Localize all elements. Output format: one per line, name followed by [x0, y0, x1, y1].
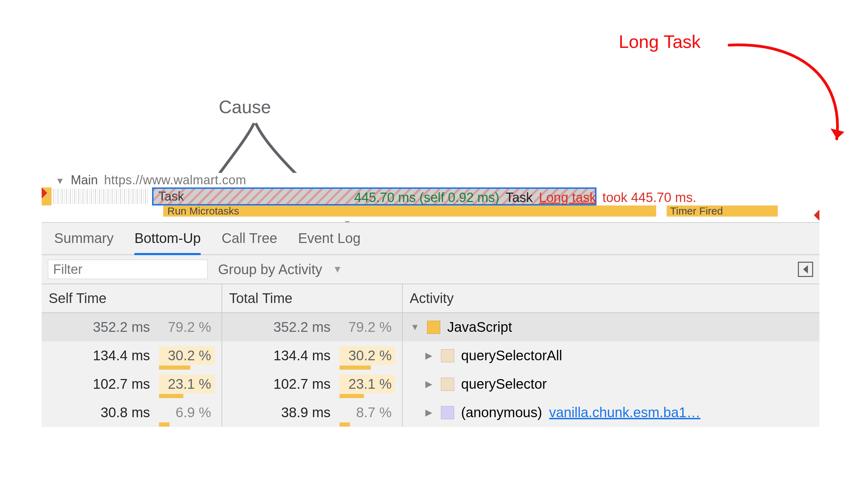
annotation-cause: Cause [219, 96, 271, 117]
activity-cell: ▶(anonymous) vanilla.chunk.esm.ba1… [403, 398, 819, 427]
activity-cell: ▶querySelectorAll [403, 342, 819, 370]
tab-bottom-up[interactable]: Bottom-Up [134, 230, 201, 255]
time-cell: 134.4 ms30.2 % [42, 342, 222, 370]
time-ms: 38.9 ms [258, 405, 331, 420]
table-row[interactable]: 30.8 ms6.9 %38.9 ms8.7 %▶(anonymous) van… [42, 398, 819, 427]
time-cell: 38.9 ms8.7 % [222, 398, 403, 427]
thread-main-url: https.//www.walmart.com [104, 173, 247, 187]
time-pct: 79.2 % [159, 318, 215, 336]
chevron-right-icon[interactable]: ▶ [424, 379, 434, 389]
group-by-label: Group by Activity [218, 262, 322, 277]
time-cell: 352.2 ms79.2 % [222, 313, 403, 341]
activity-swatch [441, 406, 454, 419]
overflow-right-icon [814, 210, 819, 221]
chevron-right-icon[interactable]: ▶ [424, 350, 434, 361]
tab-event-log[interactable]: Event Log [298, 230, 360, 254]
time-cell: 102.7 ms23.1 % [42, 370, 222, 398]
annotation-long-task: Long Task [619, 31, 701, 52]
time-pct: 23.1 % [159, 375, 215, 393]
flame-task-label: Task [158, 189, 184, 204]
time-pct: 30.2 % [159, 346, 215, 365]
table-row[interactable]: 134.4 ms30.2 %134.4 ms30.2 %▶querySelect… [42, 342, 819, 370]
header-total-time[interactable]: Total Time [222, 284, 403, 312]
time-pct: 23.1 % [340, 375, 395, 393]
activity-swatch [441, 378, 454, 391]
time-cell: 134.4 ms30.2 % [222, 342, 403, 370]
header-self-time[interactable]: Self Time [42, 284, 222, 312]
tooltip-duration: 445.70 ms (self 0.92 ms) [354, 190, 499, 205]
flame-barcode [51, 189, 149, 204]
details-panel: Summary Bottom-Up Call Tree Event Log Gr… [42, 222, 819, 427]
time-cell: 352.2 ms79.2 % [42, 313, 222, 341]
activity-source-link[interactable]: vanilla.chunk.esm.ba1… [549, 405, 700, 420]
arrow-long-task-icon [719, 31, 868, 156]
activity-swatch [427, 321, 440, 334]
time-ms: 30.8 ms [77, 405, 150, 420]
chevron-down-icon[interactable]: ▼ [410, 322, 420, 333]
activity-name: querySelectorAll [461, 348, 562, 363]
time-ms: 352.2 ms [77, 319, 150, 335]
task-tooltip: 445.70 ms (self 0.92 ms) Task Long task … [354, 190, 696, 205]
tooltip-task-label: Task [506, 190, 533, 205]
time-ms: 102.7 ms [258, 376, 331, 392]
tab-call-tree[interactable]: Call Tree [222, 230, 277, 254]
tooltip-long-task-link[interactable]: Long task [539, 190, 596, 205]
details-tabs: Summary Bottom-Up Call Tree Event Log [42, 223, 819, 255]
time-ms: 102.7 ms [77, 376, 150, 392]
chevron-down-icon: ▼ [333, 264, 342, 275]
flame-timer-fired-bar[interactable]: Timer Fired [667, 205, 778, 217]
time-pct: 6.9 % [159, 403, 215, 422]
header-activity[interactable]: Activity [403, 284, 819, 312]
time-cell: 30.8 ms6.9 % [42, 398, 222, 427]
time-pct: 8.7 % [340, 403, 395, 422]
time-ms: 134.4 ms [77, 348, 150, 363]
filter-toolbar: Group by Activity ▼ [42, 255, 819, 284]
time-pct: 30.2 % [340, 346, 395, 365]
filter-input[interactable] [48, 260, 208, 279]
tooltip-long-task-rest: took 445.70 ms. [602, 190, 696, 205]
chevron-right-icon[interactable]: ▶ [424, 407, 434, 418]
table-headers: Self Time Total Time Activity [42, 284, 819, 313]
activity-swatch [441, 349, 454, 362]
thread-main-label: Main [71, 173, 98, 187]
group-by-select[interactable]: Group by Activity ▼ [218, 262, 342, 277]
time-ms: 134.4 ms [258, 348, 331, 363]
chevron-down-icon: ▼ [56, 176, 65, 186]
flame-task-row: Task 445.70 ms (self 0.92 ms) Task Long … [42, 187, 819, 205]
table-row[interactable]: 352.2 ms79.2 %352.2 ms79.2 %▼JavaScript [42, 313, 819, 342]
activity-name: (anonymous) [461, 405, 542, 420]
overflow-left-icon [42, 187, 47, 199]
activity-cell: ▶querySelector [403, 370, 819, 398]
time-pct: 79.2 % [340, 318, 395, 336]
time-cell: 102.7 ms23.1 % [222, 370, 403, 398]
tab-summary[interactable]: Summary [54, 230, 114, 254]
activity-name: querySelector [461, 376, 547, 392]
thread-main-row[interactable]: ▼ Main https.//www.walmart.com [42, 173, 819, 187]
heaviest-stack-toggle-icon[interactable] [798, 262, 813, 277]
flame-microtasks-bar[interactable]: Run Microtasks [163, 205, 656, 217]
activity-cell: ▼JavaScript [403, 313, 819, 341]
flame-microtask-row: Run Microtasks Timer Fired [42, 205, 819, 221]
time-ms: 352.2 ms [258, 319, 331, 335]
activity-name: JavaScript [447, 319, 512, 335]
table-row[interactable]: 102.7 ms23.1 %102.7 ms23.1 %▶querySelect… [42, 370, 819, 398]
